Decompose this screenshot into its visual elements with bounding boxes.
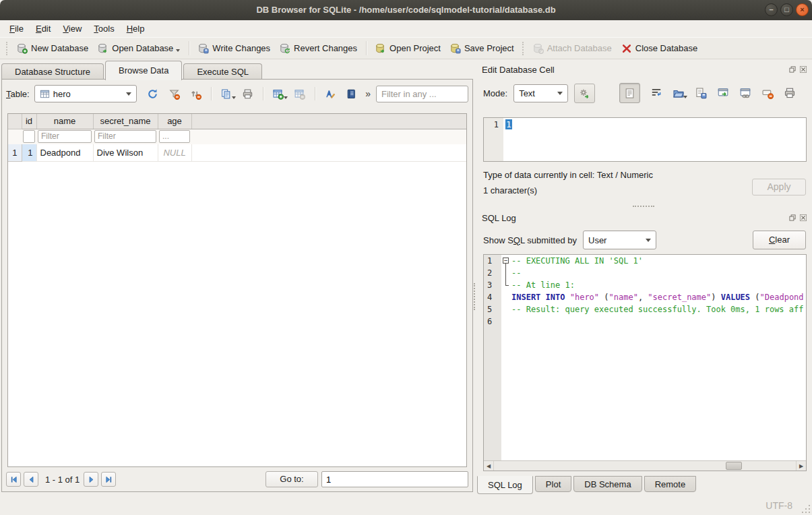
cell-editor[interactable]: 1 1: [483, 117, 807, 162]
log-line-text: -- Result: query executed successfully. …: [511, 303, 806, 315]
apply-button[interactable]: Apply: [752, 179, 806, 195]
close-panel-icon[interactable]: [799, 65, 807, 73]
dock-tab-db-schema[interactable]: DB Schema: [573, 476, 642, 492]
resize-grip[interactable]: [802, 505, 810, 513]
filter-input-name[interactable]: Filter: [38, 130, 92, 143]
mode-select[interactable]: Text: [513, 84, 568, 102]
save-project-button[interactable]: Save Project: [445, 41, 519, 56]
grid-header-filler: [191, 114, 466, 129]
float-panel-icon: [788, 65, 797, 73]
goto-input[interactable]: [321, 471, 468, 487]
text-mode-toggle[interactable]: [619, 83, 640, 103]
find-in-table-button[interactable]: [344, 86, 360, 102]
first-record-button[interactable]: [6, 472, 21, 487]
scrollbar-track[interactable]: [494, 461, 796, 471]
chevron-down-icon[interactable]: [683, 96, 687, 100]
tab-execute-sql[interactable]: Execute SQL: [183, 63, 262, 80]
next-record-button[interactable]: [84, 472, 98, 487]
chevron-down-icon[interactable]: [232, 96, 236, 101]
close-database-button[interactable]: Close Database: [617, 41, 703, 56]
delete-record-button[interactable]: [292, 86, 308, 102]
set-null-button[interactable]: [761, 87, 774, 99]
scroll-right-icon[interactable]: ▶: [796, 461, 806, 471]
menu-help[interactable]: Help: [121, 20, 151, 37]
scrollbar-thumb[interactable]: [726, 462, 742, 470]
print-button[interactable]: [240, 86, 256, 102]
editor-content[interactable]: 1: [503, 118, 512, 161]
titlebar[interactable]: DB Browser for SQLite - /home/user/code/…: [0, 0, 812, 20]
menu-file[interactable]: File: [3, 20, 30, 37]
encoding-label: UTF-8: [766, 500, 792, 511]
open-in-editor-button[interactable]: [717, 87, 729, 99]
goto-button[interactable]: Go to:: [266, 471, 318, 487]
edit-format-button[interactable]: [322, 86, 338, 102]
filter-row-head: [8, 129, 22, 144]
grid-corner: [8, 114, 22, 129]
export-file-button[interactable]: [695, 87, 707, 99]
last-record-button[interactable]: [101, 472, 116, 487]
vertical-splitter[interactable]: [474, 283, 476, 310]
link-data-button[interactable]: [739, 87, 751, 99]
insert-record-button[interactable]: [270, 86, 286, 102]
chevron-down-icon[interactable]: [284, 96, 288, 101]
open-database-button[interactable]: Open Database: [93, 40, 185, 56]
clear-sort-button[interactable]: [188, 86, 204, 102]
open-in-editor-icon: [717, 87, 729, 99]
new-database-button[interactable]: New Database: [12, 41, 93, 56]
fold-marker[interactable]: −: [501, 255, 511, 267]
menu-edit[interactable]: Edit: [30, 20, 57, 37]
filter-input-secret_name[interactable]: Filter: [94, 130, 156, 143]
clear-filter-button[interactable]: [166, 86, 183, 102]
filter-input-age[interactable]: ...: [159, 130, 190, 143]
column-header-name[interactable]: name: [36, 114, 93, 129]
close-panel-icon[interactable]: [799, 214, 807, 222]
cell-secret_name[interactable]: Dive Wilson: [93, 144, 158, 161]
mode-select-value: Text: [519, 88, 535, 98]
dock-tab-plot[interactable]: Plot: [535, 476, 571, 492]
print-button[interactable]: [784, 87, 796, 99]
new-database-icon: [17, 43, 28, 54]
revert-changes-button[interactable]: Revert Changes: [275, 41, 362, 56]
toolbar-overflow-chevron[interactable]: »: [365, 88, 371, 99]
dock-tab-remote[interactable]: Remote: [644, 476, 697, 492]
minimize-button[interactable]: –: [765, 3, 778, 16]
filter-any-input[interactable]: [376, 86, 468, 102]
float-panel-icon[interactable]: [788, 65, 797, 73]
log-horizontal-scrollbar[interactable]: ◀ ▶: [484, 460, 806, 471]
copy-button[interactable]: [218, 86, 235, 102]
column-header-secret_name[interactable]: secret_name: [93, 114, 158, 129]
clear-log-button[interactable]: Clear: [753, 231, 806, 249]
float-panel-icon[interactable]: [788, 214, 797, 222]
edit-cell-toolbar: Mode: Text: [483, 83, 807, 103]
sql-source-select[interactable]: User: [583, 231, 656, 249]
toolbar-button-label: Save Project: [464, 43, 514, 53]
tab-browse-data[interactable]: Browse Data: [105, 61, 182, 80]
menu-view[interactable]: View: [57, 20, 88, 37]
table-select[interactable]: hero: [34, 85, 137, 102]
write-changes-button[interactable]: Write Changes: [193, 41, 275, 56]
import-file-button[interactable]: [673, 87, 685, 99]
column-header-age[interactable]: age: [158, 114, 191, 129]
menu-tools[interactable]: Tools: [88, 20, 120, 37]
close-button[interactable]: ×: [796, 3, 809, 16]
dock-tab-sql-log[interactable]: SQL Log: [477, 476, 533, 494]
open-project-button[interactable]: Open Project: [371, 41, 445, 56]
chevron-down-icon[interactable]: [176, 49, 180, 54]
scroll-left-icon[interactable]: ◀: [484, 461, 494, 471]
tab-database-structure[interactable]: Database Structure: [1, 63, 104, 80]
fold-column: [501, 315, 511, 328]
column-header-id[interactable]: id: [22, 114, 36, 129]
horizontal-splitter[interactable]: [476, 203, 811, 208]
cell-name[interactable]: Deadpond: [36, 144, 93, 161]
cell-id[interactable]: 1: [22, 144, 36, 161]
browse-data-page: Table: hero » idnamesecret_nameageFilter…: [1, 79, 473, 492]
word-wrap-button[interactable]: [650, 87, 662, 99]
maximize-button[interactable]: □: [780, 3, 793, 16]
cell-age[interactable]: NULL: [158, 144, 191, 161]
refresh-button[interactable]: [145, 86, 161, 102]
auto-apply-button[interactable]: [574, 84, 595, 103]
previous-record-button[interactable]: [24, 472, 38, 487]
row-header[interactable]: 1: [8, 144, 22, 161]
sql-log-view[interactable]: 1−-- EXECUTING ALL IN 'SQL 1'2--3-- At l…: [483, 254, 807, 471]
filter-input-id[interactable]: [23, 130, 35, 143]
